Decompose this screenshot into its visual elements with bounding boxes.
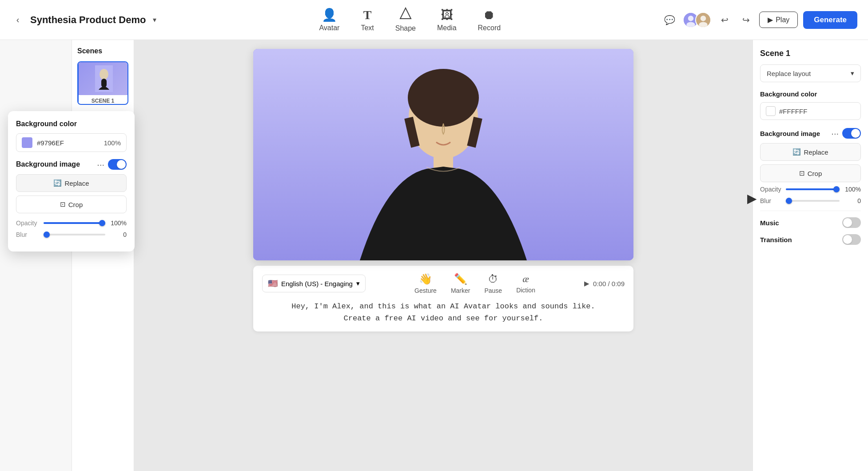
transition-toggle-knob — [843, 235, 852, 244]
opacity-slider-fill — [786, 188, 840, 190]
language-label: English (US) - Engaging — [281, 280, 353, 287]
record-icon: ⏺ — [483, 8, 495, 22]
nav-item-media[interactable]: 🖼 Media — [437, 8, 457, 32]
generate-button[interactable]: Generate — [803, 11, 857, 29]
text-label: Text — [361, 24, 374, 32]
fp-color-hex: #9796EF — [37, 139, 100, 147]
fp-more-button[interactable]: ··· — [97, 160, 104, 170]
avatar-label: Avatar — [319, 24, 339, 32]
script-line-1: Hey, I'm Alex, and this is what an AI Av… — [262, 300, 625, 312]
script-text: Hey, I'm Alex, and this is what an AI Av… — [262, 300, 625, 324]
marker-icon: ✏️ — [454, 273, 467, 285]
diction-button[interactable]: æ Diction — [516, 273, 535, 294]
media-label: Media — [437, 24, 457, 32]
svg-point-14 — [429, 118, 438, 124]
replace-button[interactable]: 🔄 Replace — [760, 143, 861, 161]
bottom-controls: 🇺🇸 English (US) - Engaging ▾ 👋 Gesture ✏… — [262, 273, 625, 294]
fp-opacity-slider-fill — [44, 222, 105, 224]
language-selector[interactable]: 🇺🇸 English (US) - Engaging ▾ — [262, 275, 366, 292]
svg-point-5 — [701, 16, 706, 21]
svg-marker-0 — [400, 8, 411, 19]
scene-active-indicator — [77, 62, 79, 104]
transition-toggle[interactable] — [842, 234, 861, 245]
fp-opacity-slider-thumb — [99, 220, 105, 226]
pause-label: Pause — [484, 287, 502, 294]
svg-point-6 — [699, 22, 708, 27]
svg-point-12 — [408, 69, 479, 127]
nav-item-record[interactable]: ⏺ Record — [478, 8, 501, 32]
fp-color-row[interactable]: #9796EF 100% — [16, 133, 127, 152]
diction-icon: æ — [522, 273, 529, 285]
undo-button[interactable]: ↩ — [717, 12, 733, 28]
bg-color-hex: #FFFFFF — [779, 108, 807, 115]
floating-panel: Background color #9796EF 100% Background… — [8, 111, 135, 251]
canvas-background — [253, 49, 633, 260]
gesture-label: Gesture — [414, 287, 437, 294]
crop-button[interactable]: ⊡ Crop — [760, 164, 861, 182]
scenes-title: Scenes — [77, 47, 128, 55]
svg-point-2 — [688, 16, 693, 21]
fp-opacity-slider[interactable] — [44, 222, 105, 224]
scene-1-thumb[interactable]: SCENE 1 — [77, 61, 128, 105]
fp-replace-button[interactable]: 🔄 Replace — [16, 174, 127, 192]
fp-opacity-value: 100% — [110, 220, 127, 227]
fp-opacity-row: Opacity 100% — [16, 220, 127, 227]
replace-layout-button[interactable]: Replace layout ▾ — [760, 64, 861, 82]
play-icon: ▶ — [768, 16, 773, 24]
bottom-actions: 👋 Gesture ✏️ Marker ⏱ Pause æ Diction — [366, 273, 584, 294]
bg-image-label: Background image — [760, 130, 820, 137]
marker-label: Marker — [451, 287, 470, 294]
opacity-value: 100% — [844, 186, 861, 193]
blur-value: 0 — [844, 197, 861, 204]
canvas-wrapper — [253, 49, 633, 260]
bg-image-toggle[interactable] — [842, 128, 861, 139]
music-toggle-knob — [843, 218, 852, 227]
fp-image-header: Background image ··· — [16, 159, 127, 170]
topbar-left: ‹ Synthesia Product Demo ▾ — [11, 13, 158, 27]
main-area: 🇺🇸 English (US) - Engaging ▾ 👋 Gesture ✏… — [134, 40, 753, 471]
music-toggle[interactable] — [842, 217, 861, 228]
replace-label: Replace — [804, 148, 828, 156]
play-button[interactable]: ▶ Play — [759, 12, 798, 28]
pause-button[interactable]: ⏱ Pause — [484, 273, 502, 294]
gesture-icon: 👋 — [419, 273, 432, 285]
time-display: ▶ 0:00 / 0:09 — [584, 279, 625, 287]
music-row: Music — [760, 217, 861, 228]
svg-point-15 — [449, 118, 458, 124]
chat-icon-button[interactable]: 💬 — [661, 12, 677, 28]
gesture-button[interactable]: 👋 Gesture — [414, 273, 437, 294]
replace-icon: 🔄 — [792, 148, 801, 156]
fp-blur-slider[interactable] — [44, 234, 105, 236]
bg-image-more-button[interactable]: ··· — [831, 128, 839, 139]
nav-item-shape[interactable]: Shape — [395, 7, 416, 32]
user-avatar-2 — [695, 12, 711, 28]
fp-toggle[interactable] — [108, 159, 127, 170]
svg-point-8 — [100, 69, 108, 80]
bottom-bar: 🇺🇸 English (US) - Engaging ▾ 👋 Gesture ✏… — [253, 266, 633, 331]
transition-row: Transition — [760, 234, 861, 245]
project-chevron-button[interactable]: ▾ — [151, 14, 158, 26]
time-value: 0:00 / 0:09 — [593, 280, 625, 287]
opacity-slider-thumb — [833, 186, 840, 192]
nav-item-text[interactable]: T Text — [361, 8, 374, 32]
project-title: Synthesia Product Demo — [30, 14, 146, 26]
fp-crop-button[interactable]: ⊡ Crop — [16, 196, 127, 213]
fp-replace-icon: 🔄 — [53, 179, 62, 187]
music-label: Music — [760, 219, 779, 227]
bg-color-row[interactable]: #FFFFFF — [760, 102, 861, 120]
fp-toggle-knob — [117, 160, 126, 169]
flag-icon: 🇺🇸 — [268, 279, 278, 288]
blur-slider[interactable] — [786, 200, 840, 202]
opacity-slider[interactable] — [786, 188, 840, 190]
blur-label: Blur — [760, 197, 781, 204]
marker-button[interactable]: ✏️ Marker — [451, 273, 470, 294]
play-label: Play — [776, 16, 789, 24]
redo-button[interactable]: ↪ — [738, 12, 754, 28]
language-chevron-icon: ▾ — [356, 279, 360, 287]
nav-item-avatar[interactable]: 👤 Avatar — [319, 8, 339, 32]
crop-label: Crop — [808, 170, 822, 177]
back-button[interactable]: ‹ — [11, 13, 25, 27]
avatar-icon: 👤 — [322, 8, 337, 22]
topbar: ‹ Synthesia Product Demo ▾ 👤 Avatar T Te… — [0, 0, 868, 40]
fp-blur-label: Blur — [16, 231, 39, 238]
